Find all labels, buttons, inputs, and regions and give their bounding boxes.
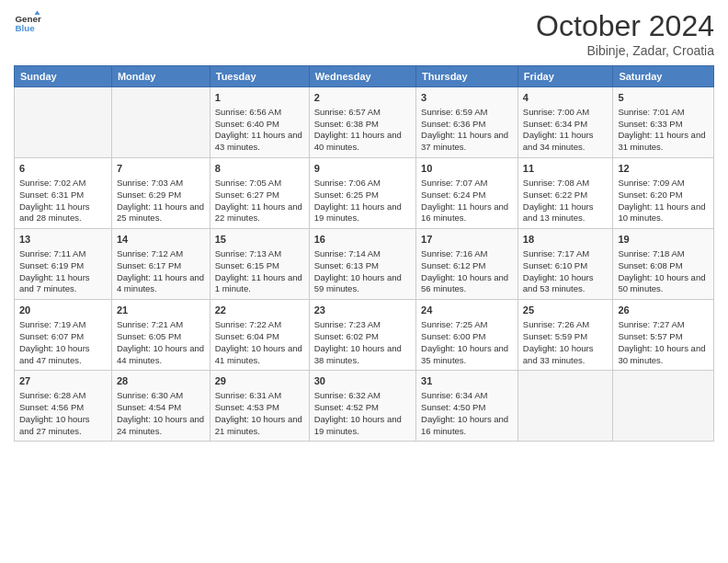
logo: General Blue [14,9,41,37]
day-number: 5 [618,91,709,105]
sunrise-text: Sunrise: 7:09 AM [618,178,684,188]
svg-text:General: General [16,14,42,24]
calendar-cell: 18Sunrise: 7:17 AMSunset: 6:10 PMDayligh… [518,229,613,300]
daylight-text: Daylight: 10 hours and 41 minutes. [215,343,302,365]
sunrise-text: Sunrise: 7:12 AM [117,248,183,259]
sunrise-text: Sunrise: 6:30 AM [117,390,183,400]
day-number: 26 [618,304,709,317]
day-number: 19 [618,233,709,247]
day-number: 1 [215,91,304,105]
sunset-text: Sunset: 6:40 PM [215,119,279,129]
sunset-text: Sunset: 5:57 PM [618,331,682,341]
calendar-cell: 16Sunrise: 7:14 AMSunset: 6:13 PMDayligh… [309,229,415,300]
sunset-text: Sunset: 6:15 PM [215,260,279,270]
daylight-text: Daylight: 11 hours and 34 minutes. [523,130,594,152]
day-number: 8 [215,162,304,176]
daylight-text: Daylight: 11 hours and 13 minutes. [523,201,594,224]
daylight-text: Daylight: 11 hours and 25 minutes. [117,201,204,224]
daylight-text: Daylight: 11 hours and 10 minutes. [618,201,705,224]
calendar-cell: 17Sunrise: 7:16 AMSunset: 6:12 PMDayligh… [416,229,518,300]
day-number: 2 [314,91,411,105]
calendar-cell: 6Sunrise: 7:02 AMSunset: 6:31 PMDaylight… [15,158,112,229]
header: General Blue October 2024 Bibinje, Zadar… [14,9,714,58]
calendar-week-2: 13Sunrise: 7:11 AMSunset: 6:19 PMDayligh… [15,229,714,300]
day-number: 10 [421,162,513,176]
sunrise-text: Sunrise: 7:19 AM [19,319,85,329]
sunset-text: Sunset: 6:02 PM [314,331,379,341]
calendar-cell [111,87,210,158]
sunrise-text: Sunrise: 6:32 AM [314,390,381,400]
calendar-cell: 7Sunrise: 7:03 AMSunset: 6:29 PMDaylight… [111,158,210,229]
calendar-cell: 26Sunrise: 7:27 AMSunset: 5:57 PMDayligh… [613,300,714,371]
sunrise-text: Sunrise: 7:14 AM [314,248,381,259]
calendar-cell: 2Sunrise: 6:57 AMSunset: 6:38 PMDaylight… [309,87,415,158]
col-thursday: Thursday [416,66,518,87]
day-number: 18 [523,233,609,247]
daylight-text: Daylight: 10 hours and 21 minutes. [215,414,302,436]
calendar-cell: 5Sunrise: 7:01 AMSunset: 6:33 PMDaylight… [613,87,714,158]
sunrise-text: Sunrise: 7:00 AM [523,107,589,117]
sunset-text: Sunset: 6:13 PM [314,260,379,270]
day-number: 27 [19,374,107,388]
title-area: October 2024 Bibinje, Zadar, Croatia [536,9,714,58]
sunrise-text: Sunrise: 7:21 AM [117,319,183,329]
sunset-text: Sunset: 6:27 PM [215,190,279,200]
day-number: 15 [215,233,304,247]
calendar-cell: 31Sunrise: 6:34 AMSunset: 4:50 PMDayligh… [416,371,518,442]
sunrise-text: Sunrise: 7:07 AM [421,178,487,188]
sunrise-text: Sunrise: 7:23 AM [314,319,381,329]
sunrise-text: Sunrise: 6:56 AM [215,107,281,117]
sunset-text: Sunset: 6:33 PM [618,119,682,129]
daylight-text: Daylight: 11 hours and 40 minutes. [314,130,402,152]
sunrise-text: Sunrise: 6:57 AM [314,107,381,117]
day-number: 23 [314,304,411,317]
sunrise-text: Sunrise: 7:02 AM [19,178,85,188]
calendar-table: Sunday Monday Tuesday Wednesday Thursday… [14,65,714,442]
calendar-week-4: 27Sunrise: 6:28 AMSunset: 4:56 PMDayligh… [15,371,714,442]
daylight-text: Daylight: 11 hours and 37 minutes. [421,130,508,152]
calendar-cell: 10Sunrise: 7:07 AMSunset: 6:24 PMDayligh… [416,158,518,229]
daylight-text: Daylight: 10 hours and 19 minutes. [314,414,402,436]
daylight-text: Daylight: 10 hours and 38 minutes. [314,343,402,365]
daylight-text: Daylight: 10 hours and 16 minutes. [421,414,508,436]
day-number: 24 [421,304,513,317]
calendar-cell: 15Sunrise: 7:13 AMSunset: 6:15 PMDayligh… [210,229,309,300]
daylight-text: Daylight: 11 hours and 7 minutes. [19,272,90,294]
calendar-body: 1Sunrise: 6:56 AMSunset: 6:40 PMDaylight… [15,87,714,442]
sunset-text: Sunset: 4:56 PM [19,402,84,412]
day-number: 17 [421,233,513,247]
header-row: Sunday Monday Tuesday Wednesday Thursday… [15,66,714,87]
calendar-cell: 28Sunrise: 6:30 AMSunset: 4:54 PMDayligh… [111,371,210,442]
sunset-text: Sunset: 6:07 PM [19,331,84,341]
calendar-cell: 3Sunrise: 6:59 AMSunset: 6:36 PMDaylight… [416,87,518,158]
day-number: 22 [215,304,304,317]
svg-marker-2 [35,11,40,16]
calendar-cell: 13Sunrise: 7:11 AMSunset: 6:19 PMDayligh… [15,229,112,300]
day-number: 29 [215,374,304,388]
col-friday: Friday [518,66,613,87]
sunset-text: Sunset: 5:59 PM [523,331,587,341]
sunset-text: Sunset: 6:38 PM [314,119,379,129]
sunset-text: Sunset: 4:54 PM [117,402,181,412]
col-sunday: Sunday [15,66,112,87]
daylight-text: Daylight: 10 hours and 27 minutes. [19,414,90,436]
sunrise-text: Sunrise: 7:16 AM [421,248,487,259]
day-number: 3 [421,91,513,105]
calendar-week-1: 6Sunrise: 7:02 AMSunset: 6:31 PMDaylight… [15,158,714,229]
daylight-text: Daylight: 10 hours and 47 minutes. [19,343,90,365]
sunrise-text: Sunrise: 7:27 AM [618,319,684,329]
calendar-cell: 12Sunrise: 7:09 AMSunset: 6:20 PMDayligh… [613,158,714,229]
sunset-text: Sunset: 6:31 PM [19,190,84,200]
calendar-cell: 4Sunrise: 7:00 AMSunset: 6:34 PMDaylight… [518,87,613,158]
sunrise-text: Sunrise: 7:25 AM [421,319,487,329]
daylight-text: Daylight: 11 hours and 31 minutes. [618,130,705,152]
sunrise-text: Sunrise: 7:17 AM [523,248,589,259]
sunset-text: Sunset: 6:25 PM [314,190,379,200]
daylight-text: Daylight: 10 hours and 56 minutes. [421,272,508,294]
calendar-week-3: 20Sunrise: 7:19 AMSunset: 6:07 PMDayligh… [15,300,714,371]
sunrise-text: Sunrise: 7:13 AM [215,248,281,259]
calendar-cell [518,371,613,442]
sunset-text: Sunset: 6:29 PM [117,190,181,200]
sunset-text: Sunset: 4:53 PM [215,402,279,412]
daylight-text: Daylight: 10 hours and 35 minutes. [421,343,508,365]
